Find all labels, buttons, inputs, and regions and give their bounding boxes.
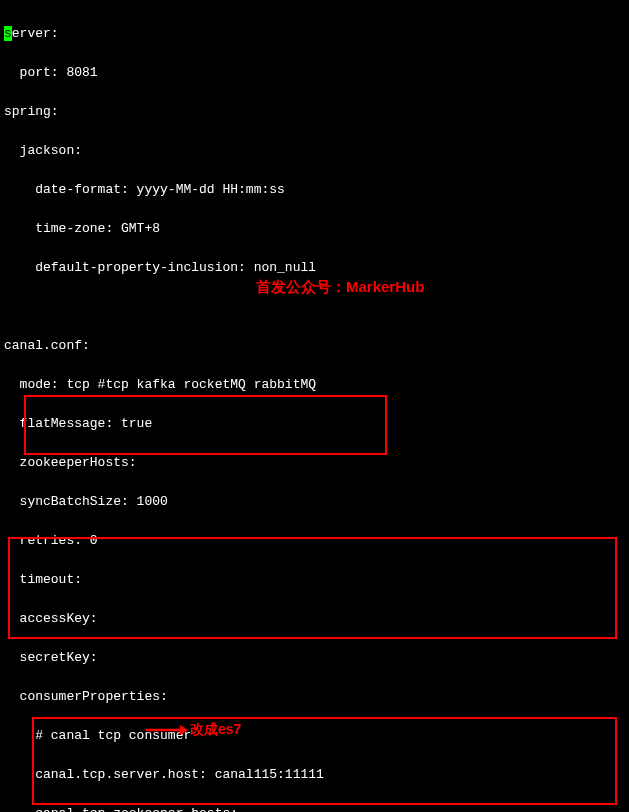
config-line: default-property-inclusion: non_null [4,258,625,278]
config-line: # canal tcp consumer [4,726,625,746]
config-line: accessKey: [4,609,625,629]
config-line: port: 8081 [4,63,625,83]
annotation-es7: 改成es7 [146,719,241,740]
config-line: canal.conf: [4,336,625,356]
config-line: zookeeperHosts: [4,453,625,473]
config-line: canal.tcp.zookeeper.hosts: [4,804,625,813]
svg-marker-1 [180,725,188,735]
config-line: date-format: yyyy-MM-dd HH:mm:ss [4,180,625,200]
config-line: server: [4,24,625,44]
config-line: time-zone: GMT+8 [4,219,625,239]
config-line: retries: 0 [4,531,625,551]
config-line: consumerProperties: [4,687,625,707]
config-line: canal.tcp.server.host: canal115:11111 [4,765,625,785]
config-line: spring: [4,102,625,122]
terminal-content[interactable]: server: port: 8081 spring: jackson: date… [4,4,625,812]
config-line [4,297,625,317]
config-line: syncBatchSize: 1000 [4,492,625,512]
watermark-text: 首发公众号：MarkerHub [256,276,424,299]
config-line: secretKey: [4,648,625,668]
config-line: flatMessage: true [4,414,625,434]
config-line: jackson: [4,141,625,161]
annotation-label: 改成es7 [190,719,241,740]
config-line: mode: tcp #tcp kafka rocketMQ rabbitMQ [4,375,625,395]
config-line: timeout: [4,570,625,590]
arrow-icon [146,724,188,736]
cursor-char: s [4,26,12,41]
